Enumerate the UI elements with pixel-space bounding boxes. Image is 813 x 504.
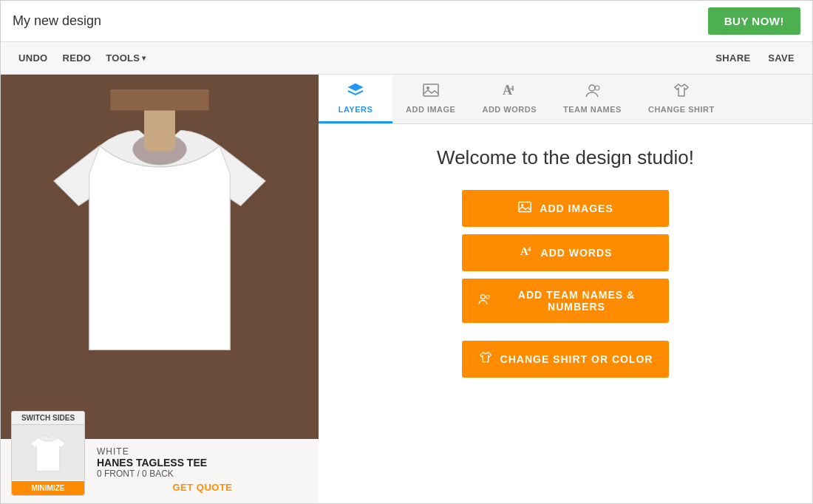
panel-content: Welcome to the design studio! ADD IMAGES — [319, 124, 812, 503]
svg-point-15 — [486, 295, 490, 299]
svg-rect-4 — [423, 84, 438, 96]
add-words-label: ADD WORDS — [541, 247, 613, 259]
add-team-names-button[interactable]: ADD TEAM NAMES & NUMBERS — [462, 279, 669, 323]
svg-text:4: 4 — [527, 245, 531, 253]
buy-now-button[interactable]: BUY NOW! — [708, 7, 800, 35]
layers-icon — [347, 82, 364, 102]
tab-team-names[interactable]: TEAM NAMES — [550, 75, 635, 123]
chevron-down-icon: ▾ — [142, 54, 146, 62]
team-names-icon — [583, 82, 601, 102]
svg-point-8 — [589, 85, 595, 91]
svg-point-9 — [595, 86, 599, 90]
change-shirt-button[interactable]: CHANGE SHIRT OR COLOR — [462, 341, 669, 378]
switch-sides-thumbnail — [12, 425, 84, 480]
get-quote-button[interactable]: GET QUOTE — [97, 479, 308, 496]
tab-change-shirt-label: CHANGE SHIRT — [648, 105, 715, 114]
add-team-icon — [477, 293, 491, 309]
add-words-btn-icon: A 4 — [519, 245, 534, 261]
add-images-button[interactable]: ADD IMAGES — [462, 190, 669, 227]
tools-button[interactable]: TOOLS ▾ — [100, 50, 152, 67]
undo-button[interactable]: UNDO — [13, 50, 53, 67]
shirt-name: HANES TAGLESS TEE — [97, 457, 308, 469]
share-button[interactable]: SHARE — [710, 50, 756, 67]
main-content: SWITCH SIDES MINIMIZE WHITE HANES TAGLES… — [1, 75, 812, 503]
switch-sides-panel[interactable]: SWITCH SIDES MINIMIZE — [11, 411, 85, 496]
welcome-title: Welcome to the design studio! — [437, 146, 694, 169]
right-panel: LAYERS ADD IMAGE — [319, 75, 812, 503]
svg-point-11 — [521, 204, 523, 206]
tab-team-names-label: TEAM NAMES — [563, 105, 622, 114]
redo-button[interactable]: REDO — [56, 50, 97, 67]
switch-sides-label: SWITCH SIDES — [12, 412, 84, 425]
add-images-icon — [517, 200, 532, 217]
tabs-bar: LAYERS ADD IMAGE — [319, 75, 812, 124]
tab-change-shirt[interactable]: CHANGE SHIRT — [635, 75, 728, 123]
change-shirt-label: CHANGE SHIRT OR COLOR — [500, 353, 653, 365]
canvas-panel: SWITCH SIDES MINIMIZE WHITE HANES TAGLES… — [1, 75, 319, 503]
header: My new design BUY NOW! — [1, 1, 812, 42]
svg-point-5 — [426, 86, 429, 89]
change-shirt-icon — [673, 82, 690, 102]
add-image-icon — [422, 82, 440, 102]
design-title: My new design — [13, 13, 101, 29]
add-images-label: ADD IMAGES — [540, 202, 613, 214]
tab-add-words-label: ADD WORDS — [482, 105, 537, 114]
tshirt-image — [34, 89, 285, 385]
svg-marker-3 — [348, 84, 363, 91]
tab-add-words[interactable]: A 4 ADD WORDS — [469, 75, 550, 123]
add-team-names-label: ADD TEAM NAMES & NUMBERS — [499, 289, 654, 313]
tab-layers[interactable]: LAYERS — [319, 75, 392, 123]
tab-add-image-label: ADD IMAGE — [406, 105, 455, 114]
minimize-button[interactable]: MINIMIZE — [12, 481, 84, 495]
add-words-button[interactable]: A 4 ADD WORDS — [462, 234, 669, 271]
svg-text:4: 4 — [510, 84, 514, 92]
shirt-count: 0 FRONT / 0 BACK — [97, 469, 308, 479]
svg-rect-2 — [110, 89, 208, 111]
save-button[interactable]: SAVE — [762, 50, 800, 67]
add-words-icon: A 4 — [500, 82, 518, 102]
tab-layers-label: LAYERS — [339, 105, 373, 114]
svg-rect-10 — [519, 202, 531, 211]
app-container: My new design BUY NOW! UNDO REDO TOOLS ▾… — [0, 0, 813, 504]
tab-add-image[interactable]: ADD IMAGE — [392, 75, 469, 123]
toolbar: UNDO REDO TOOLS ▾ SHARE SAVE — [1, 42, 812, 75]
change-shirt-btn-icon — [478, 351, 493, 367]
svg-point-14 — [481, 295, 486, 299]
shirt-color: WHITE — [97, 446, 308, 457]
svg-rect-1 — [144, 103, 175, 151]
